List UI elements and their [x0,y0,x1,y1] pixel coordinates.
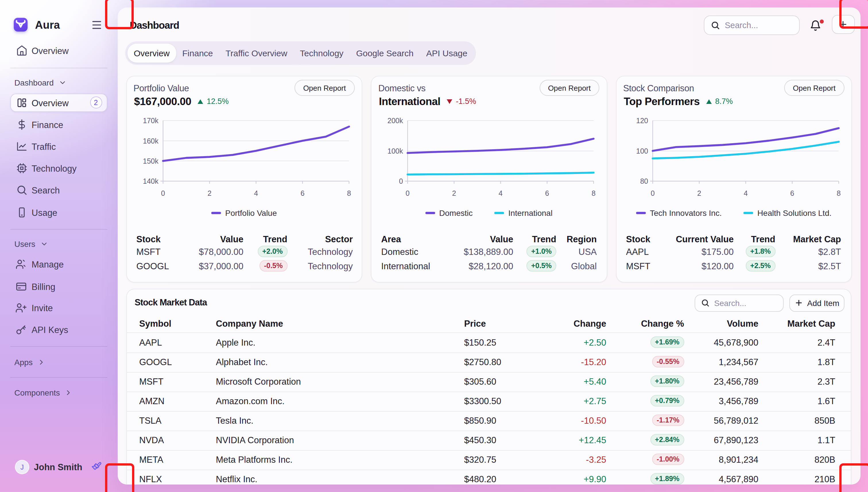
svg-text:6: 6 [790,189,794,197]
svg-text:160k: 160k [143,137,158,145]
svg-text:2: 2 [697,189,701,197]
svg-text:4: 4 [743,189,747,197]
svg-text:8: 8 [347,189,351,197]
svg-text:4: 4 [254,189,258,197]
svg-text:8: 8 [837,189,840,197]
svg-text:120: 120 [636,117,648,125]
svg-text:0: 0 [405,189,410,197]
svg-text:6: 6 [545,189,549,197]
svg-text:100: 100 [636,147,648,155]
svg-text:100k: 100k [388,147,403,155]
svg-text:140k: 140k [143,177,158,185]
svg-text:0: 0 [161,189,165,197]
svg-text:0: 0 [650,189,654,197]
svg-text:80: 80 [640,177,648,185]
svg-text:0: 0 [399,177,403,185]
svg-text:4: 4 [499,189,503,197]
svg-text:150k: 150k [143,157,158,165]
svg-text:8: 8 [592,189,596,197]
svg-text:2: 2 [207,189,211,197]
svg-text:2: 2 [452,189,456,197]
svg-text:6: 6 [300,189,304,197]
svg-text:170k: 170k [143,117,158,125]
svg-text:200k: 200k [388,117,403,125]
